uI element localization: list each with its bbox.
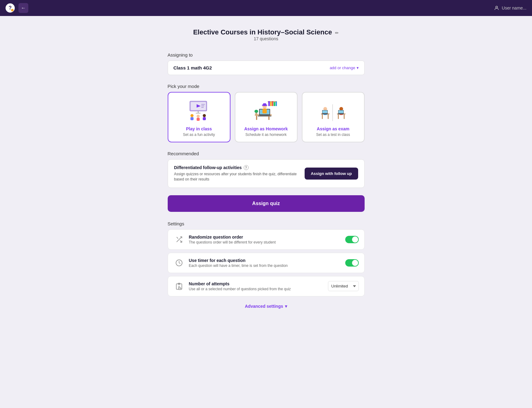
svg-point-0 — [496, 6, 498, 8]
timer-text: Use timer for each question Each questio… — [189, 258, 341, 268]
homework-title: Assign as Homework — [240, 126, 293, 131]
assigning-label: Assigning to — [168, 52, 365, 57]
attempts-title: Number of attempts — [189, 281, 324, 286]
shuffle-icon — [174, 234, 185, 245]
user-icon — [494, 5, 499, 11]
svg-rect-18 — [272, 101, 273, 106]
back-button[interactable]: ← — [18, 3, 28, 13]
svg-rect-19 — [274, 102, 275, 106]
settings-section: Settings Randomize question order The qu… — [168, 221, 365, 296]
settings-label: Settings — [168, 221, 365, 226]
assign-followup-button[interactable]: Assign with follow up — [305, 168, 358, 180]
class-selector: Class 1 math 4G2 add or change ▾ — [168, 61, 365, 75]
logo-dot — [11, 9, 14, 11]
svg-rect-16 — [268, 101, 270, 106]
logo-icon: ? — [6, 3, 15, 13]
svg-rect-48 — [338, 114, 344, 114]
app-header: ? ← User name... — [0, 0, 532, 16]
mode-label: Pick your mode — [168, 84, 365, 89]
play-in-class-illustration — [185, 100, 213, 121]
mode-card-exam[interactable]: Assign as exam Set as a test in class — [302, 92, 365, 142]
svg-rect-14 — [203, 117, 206, 120]
timer-desc: Each question will have a timer, time is… — [189, 263, 341, 268]
svg-point-13 — [203, 114, 206, 117]
recommended-label: Recommended — [168, 151, 365, 156]
homework-desc: Schedule it as homework — [240, 133, 293, 137]
svg-rect-24 — [256, 116, 257, 120]
class-name: Class 1 math 4G2 — [174, 65, 212, 70]
setting-row-timer: Use timer for each question Each questio… — [168, 253, 365, 273]
mode-image-homework — [240, 98, 293, 123]
attempts-desc: Use all or a selected number of question… — [189, 287, 324, 291]
help-icon[interactable]: ? — [244, 165, 249, 170]
header-left: ? ← — [6, 3, 28, 13]
svg-rect-32 — [262, 109, 267, 113]
timer-title: Use timer for each question — [189, 258, 341, 263]
svg-rect-40 — [322, 114, 328, 114]
advanced-settings-toggle[interactable]: Advanced settings ▾ — [168, 304, 365, 309]
svg-rect-49 — [332, 104, 333, 121]
svg-rect-4 — [201, 104, 205, 105]
recommended-text: Differentiated follow-up activities ? As… — [174, 165, 300, 182]
randomize-title: Randomize question order — [189, 235, 341, 240]
assign-quiz-button[interactable]: Assign quiz — [168, 195, 365, 212]
page-title: Elective Courses in History–Social Scien… — [168, 28, 365, 36]
svg-rect-31 — [263, 103, 266, 105]
recommended-box: Differentiated follow-up activities ? As… — [168, 159, 365, 188]
exam-desc: Set as a test in class — [307, 133, 360, 137]
timer-toggle[interactable] — [345, 259, 359, 267]
svg-rect-47 — [338, 110, 343, 113]
attempts-select[interactable]: Unlimited 1 2 3 — [328, 281, 359, 291]
recommended-title: Differentiated follow-up activities ? — [174, 165, 300, 170]
svg-rect-43 — [344, 114, 345, 119]
recommended-section: Recommended Differentiated follow-up act… — [168, 151, 365, 188]
svg-rect-6 — [201, 107, 204, 108]
mode-image-play — [173, 98, 226, 123]
randomize-toggle[interactable] — [345, 236, 359, 243]
play-in-class-desc: Set as a fun activity — [173, 133, 226, 137]
randomize-desc: The questions order will be different fo… — [189, 240, 341, 244]
mode-card-play-in-class[interactable]: Play in class Set as a fun activity — [168, 92, 230, 142]
mode-cards: Play in class Set as a fun activity — [168, 92, 365, 142]
clipboard-icon — [174, 281, 185, 292]
homework-illustration — [252, 100, 280, 121]
title-section: Elective Courses in History–Social Scien… — [168, 28, 365, 41]
svg-rect-5 — [201, 105, 204, 106]
svg-rect-10 — [190, 117, 194, 120]
svg-rect-35 — [328, 114, 329, 119]
recommended-description: Assign quizzes or resources after your s… — [174, 172, 300, 182]
svg-point-22 — [254, 110, 258, 113]
svg-rect-39 — [322, 110, 327, 113]
svg-point-11 — [197, 115, 200, 118]
setting-row-attempts: Number of attempts Use all or a selected… — [168, 276, 365, 296]
attempts-text: Number of attempts Use all or a selected… — [189, 281, 324, 291]
add-or-change-button[interactable]: add or change ▾ — [330, 65, 358, 70]
svg-rect-12 — [197, 118, 200, 121]
main-content: Elective Courses in History–Social Scien… — [162, 16, 371, 333]
setting-row-randomize: Randomize question order The questions o… — [168, 229, 365, 250]
svg-rect-8 — [196, 113, 201, 113]
svg-rect-28 — [258, 116, 271, 117]
svg-rect-20 — [276, 101, 277, 106]
svg-rect-42 — [338, 114, 339, 119]
question-count: 17 questions — [168, 36, 365, 41]
svg-point-9 — [190, 114, 194, 117]
svg-rect-17 — [270, 102, 272, 106]
mode-section: Pick your mode — [168, 84, 365, 142]
edit-title-icon[interactable]: ✏ — [335, 30, 339, 35]
exam-illustration — [319, 100, 347, 121]
play-in-class-title: Play in class — [173, 126, 226, 131]
randomize-text: Randomize question order The questions o… — [189, 235, 341, 244]
user-menu[interactable]: User name... — [494, 5, 526, 11]
svg-rect-34 — [322, 114, 323, 119]
exam-title: Assign as exam — [307, 126, 360, 131]
mode-image-exam — [307, 98, 360, 123]
clock-icon — [174, 257, 185, 268]
svg-line-52 — [177, 237, 178, 239]
mode-card-homework[interactable]: Assign as Homework Schedule it as homewo… — [235, 92, 298, 142]
